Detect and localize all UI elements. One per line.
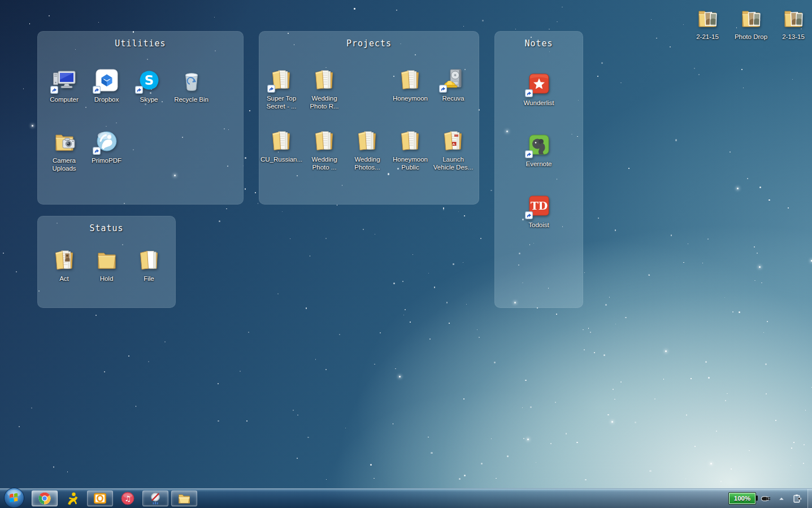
- power-plug-icon[interactable]: [761, 493, 771, 504]
- desktop-icon-file[interactable]: File: [136, 246, 163, 283]
- folder-files-icon: [311, 127, 338, 154]
- taskbar-button-outlook[interactable]: [87, 490, 113, 506]
- grid-cell: Wedding Photos...: [346, 127, 389, 188]
- desktop-icon-label: Act: [59, 275, 69, 283]
- desktop-icon-computer[interactable]: Computer: [50, 67, 79, 103]
- desktop-icon-2-21-15[interactable]: 2-21-15: [694, 4, 721, 41]
- desktop-icon-label: Hold: [100, 275, 114, 283]
- fence-grid-status: Act Hold File: [43, 246, 176, 307]
- fence-grid-notes: Wunderlist Evernote TD Todoist: [494, 70, 583, 253]
- fence-projects[interactable]: Projects Super Top Secret - ... Wedding …: [259, 31, 479, 205]
- fence-title-utilities[interactable]: Utilities: [37, 31, 244, 49]
- desktop-icon-label: Recuva: [442, 94, 464, 102]
- todoist-icon: TD: [526, 192, 553, 219]
- folder-act-icon: [51, 246, 78, 273]
- desktop-icon-todoist[interactable]: TD Todoist: [526, 192, 553, 229]
- desktop-icon-2-13-15[interactable]: 2-13-15: [780, 4, 807, 41]
- shortcut-arrow-icon: [525, 211, 533, 219]
- svg-text:TD: TD: [530, 199, 548, 212]
- folder-files-icon: [397, 127, 424, 154]
- desktop-icon-honeymoon[interactable]: Honeymoon: [393, 66, 428, 102]
- desktop-icon-photo-drop[interactable]: Photo Drop: [735, 4, 767, 41]
- fence-title-projects[interactable]: Projects: [259, 31, 479, 49]
- desktop-icon-cu-russian[interactable]: CU_Russian...: [260, 127, 302, 163]
- taskbar-button-itunes[interactable]: ♫: [116, 490, 140, 506]
- wunderlist-icon: [526, 70, 553, 97]
- desktop-icon-label: Honeymoon Public: [389, 155, 432, 171]
- desktop-icon-label: File: [144, 275, 154, 283]
- desktop-icon-skype[interactable]: S Skype: [136, 67, 163, 103]
- desktop-icon-recycle-bin[interactable]: Recycle Bin: [174, 67, 209, 103]
- desktop-icon-label: Evernote: [526, 160, 552, 168]
- grid-cell: Wedding Photo ...: [303, 127, 346, 188]
- desktop-icon-wedding-photo[interactable]: Wedding Photo ...: [303, 127, 346, 171]
- shortcut-arrow-icon: [267, 85, 275, 93]
- desktop-icon-wedding-photo-r[interactable]: Wedding Photo R...: [303, 66, 346, 110]
- desktop-icon-super-top-secret[interactable]: Super Top Secret - ...: [260, 66, 303, 110]
- fence-grid-projects: Super Top Secret - ... Wedding Photo R..…: [260, 66, 479, 188]
- grid-cell: Camera Uploads: [43, 128, 85, 189]
- desktop-icon-label: Skype: [140, 95, 158, 103]
- desktop-icon-label: Photo Drop: [735, 33, 767, 41]
- taskbar-button-aim[interactable]: [60, 490, 84, 506]
- show-desktop-button[interactable]: [807, 489, 812, 508]
- fence-utilities[interactable]: Utilities Computer Dropbox S Skype Recyc…: [37, 31, 244, 205]
- explorer-icon: [177, 491, 192, 506]
- aim-icon: [65, 491, 80, 506]
- grid-cell: Recuva: [432, 66, 475, 127]
- power-options-icon[interactable]: [792, 493, 802, 503]
- desktop-icon-launch-vehicle-des[interactable]: A Launch Vehicle Des...: [432, 127, 475, 171]
- folder-files-icon: [268, 66, 295, 93]
- fence-status[interactable]: Status Act Hold File: [37, 216, 176, 308]
- show-hidden-icons-button[interactable]: [776, 493, 787, 504]
- fence-title-notes[interactable]: Notes: [494, 31, 583, 49]
- shortcut-arrow-icon: [93, 147, 101, 155]
- fence-title-status[interactable]: Status: [37, 216, 176, 233]
- grid-cell: Dropbox: [85, 67, 128, 128]
- fence-notes[interactable]: Notes Wunderlist Evernote TD Todoist: [494, 31, 583, 308]
- desktop-icon-dropbox[interactable]: Dropbox: [93, 67, 120, 103]
- desktop-icon-label: Super Top Secret - ...: [260, 94, 303, 110]
- shortcut-arrow-icon: [93, 86, 101, 94]
- desktop-icon-camera-uploads[interactable]: Camera Uploads: [43, 128, 85, 172]
- recycle-bin-icon: [178, 67, 205, 94]
- desktop-icon-label: Wedding Photo ...: [303, 155, 346, 171]
- taskbar-buttons: ♫: [32, 489, 197, 508]
- folder-files-icon: [354, 127, 381, 154]
- desktop-icon-recuva[interactable]: Recuva: [440, 66, 467, 102]
- desktop-icon-label: PrimoPDF: [92, 157, 121, 164]
- folder-photos-icon: [780, 4, 807, 31]
- taskbar-button-do-not-disturb[interactable]: [142, 490, 168, 506]
- folder-files-icon: [397, 66, 424, 93]
- svg-text:S: S: [144, 73, 154, 88]
- svg-text:♫: ♫: [124, 494, 131, 503]
- taskbar-button-chrome[interactable]: [32, 490, 58, 506]
- desktop-icon-label: 2-13-15: [782, 33, 805, 41]
- desktop-icon-hold[interactable]: Hold: [93, 246, 120, 283]
- desktop-icon-wedding-photos[interactable]: Wedding Photos...: [346, 127, 389, 171]
- shortcut-arrow-icon: [525, 150, 533, 158]
- start-button[interactable]: [1, 489, 27, 508]
- desktop-icon-label: Dropbox: [94, 95, 119, 103]
- desktop-icon-label: Todoist: [528, 221, 549, 229]
- shortcut-arrow-icon: [135, 86, 143, 94]
- grid-cell: A Launch Vehicle Des...: [432, 127, 475, 188]
- desktop-icon-honeymoon-public[interactable]: Honeymoon Public: [389, 127, 432, 171]
- skype-icon: S: [136, 67, 163, 94]
- grid-cell: Hold: [85, 246, 128, 307]
- grid-cell: File: [128, 246, 170, 307]
- fence-grid-utilities: Computer Dropbox S Skype Recycle Bin Cam…: [43, 67, 244, 189]
- folder-camera-icon: [51, 128, 78, 155]
- desktop-icon-evernote[interactable]: Evernote: [526, 131, 553, 168]
- battery-indicator[interactable]: 100%: [728, 492, 756, 505]
- grid-cell: Honeymoon Public: [389, 127, 432, 188]
- desktop-icon-label: Computer: [50, 95, 79, 103]
- system-tray: 100%: [728, 489, 812, 508]
- desktop-icon-act[interactable]: Act: [51, 246, 78, 283]
- outlook-icon: [93, 491, 107, 506]
- chrome-icon: [37, 491, 52, 506]
- taskbar-button-explorer[interactable]: [171, 490, 197, 506]
- itunes-icon: ♫: [120, 491, 135, 506]
- desktop-icon-wunderlist[interactable]: Wunderlist: [523, 70, 554, 107]
- desktop-icon-primopdf[interactable]: PrimoPDF: [92, 128, 121, 164]
